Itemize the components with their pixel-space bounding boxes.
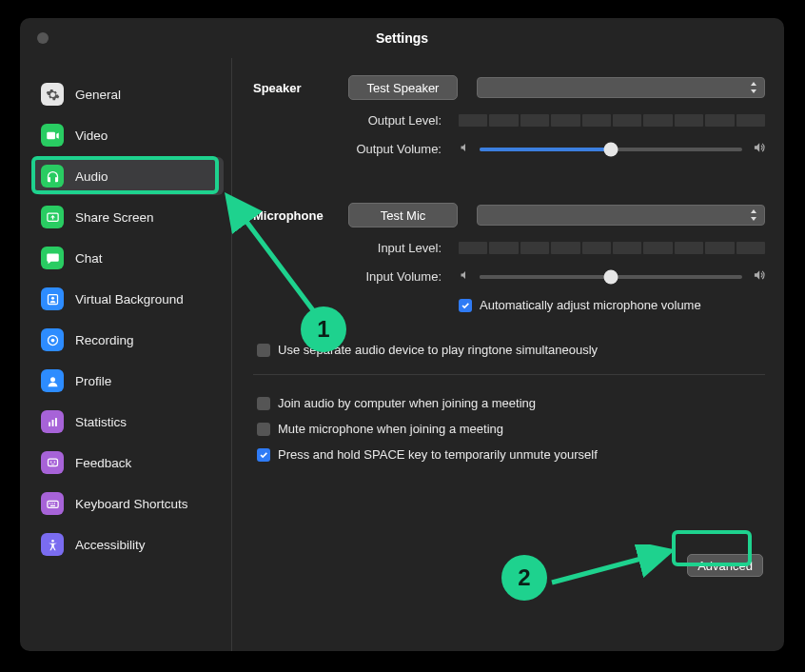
separate-audio-device-checkbox[interactable]: [257, 344, 270, 357]
svg-point-11: [53, 461, 55, 463]
share-screen-icon: [41, 206, 64, 228]
join-audio-label: Join audio by computer when joining a me…: [278, 396, 536, 410]
svg-rect-6: [49, 422, 50, 425]
svg-rect-12: [47, 501, 57, 507]
microphone-heading: Microphone: [253, 208, 348, 223]
volume-high-icon: [752, 141, 765, 157]
svg-rect-9: [48, 459, 57, 466]
sidebar-item-label: Statistics: [75, 415, 127, 429]
svg-point-17: [51, 539, 54, 542]
sidebar-item-statistics[interactable]: Statistics: [35, 403, 224, 441]
window-title: Settings: [20, 30, 784, 46]
sidebar-item-label: Video: [75, 128, 108, 143]
input-level-label: Input Level:: [253, 241, 459, 255]
svg-point-2: [50, 296, 53, 299]
test-speaker-button[interactable]: Test Speaker: [348, 75, 458, 100]
space-unmute-checkbox[interactable]: [257, 448, 270, 462]
sidebar-item-virtual-background[interactable]: Virtual Background: [35, 280, 224, 318]
svg-rect-14: [51, 503, 52, 504]
sidebar-item-profile[interactable]: Profile: [35, 362, 224, 400]
input-volume-label: Input Volume:: [253, 269, 459, 284]
headphones-icon: [41, 165, 64, 188]
virtual-background-icon: [41, 287, 64, 310]
mic-device-select[interactable]: [477, 205, 765, 226]
separate-audio-device-label: Use separate audio device to play ringto…: [278, 343, 598, 357]
titlebar: Settings: [20, 18, 784, 58]
sidebar: General Video Audio Share Screen: [20, 58, 232, 651]
sidebar-item-label: Keyboard Shortcuts: [75, 497, 188, 511]
speaker-device-select[interactable]: [477, 77, 765, 98]
feedback-icon: [41, 451, 64, 474]
video-icon: [41, 124, 64, 147]
sidebar-item-share-screen[interactable]: Share Screen: [35, 198, 224, 236]
sidebar-item-label: Share Screen: [75, 210, 154, 225]
volume-high-icon: [752, 268, 765, 285]
svg-rect-13: [49, 503, 49, 504]
auto-adjust-mic-label: Automatically adjust microphone volume: [480, 298, 701, 312]
divider: [253, 374, 765, 375]
sidebar-item-label: Profile: [75, 374, 111, 388]
sidebar-item-label: Audio: [75, 169, 108, 184]
profile-icon: [41, 369, 64, 392]
output-level-meter: [459, 114, 765, 127]
volume-low-icon: [459, 142, 470, 156]
record-icon: [41, 328, 64, 351]
settings-window: Settings General Video Audio: [20, 18, 784, 651]
gear-icon: [41, 83, 64, 106]
svg-point-10: [49, 461, 51, 463]
sidebar-item-label: Recording: [75, 333, 134, 347]
input-level-meter: [459, 242, 765, 254]
svg-rect-16: [50, 504, 55, 505]
mute-on-join-checkbox[interactable]: [257, 423, 270, 436]
sidebar-item-keyboard-shortcuts[interactable]: Keyboard Shortcuts: [35, 484, 224, 523]
keyboard-icon: [41, 492, 64, 515]
sidebar-item-accessibility[interactable]: Accessibility: [35, 525, 224, 563]
svg-point-4: [50, 338, 54, 342]
speaker-heading: Speaker: [253, 81, 348, 95]
mute-on-join-label: Mute microphone when joining a meeting: [278, 422, 503, 436]
advanced-button[interactable]: Advanced: [687, 554, 763, 577]
join-audio-checkbox[interactable]: [257, 397, 270, 410]
sidebar-item-video[interactable]: Video: [35, 116, 224, 154]
output-volume-slider[interactable]: [480, 148, 742, 151]
svg-rect-15: [53, 503, 54, 504]
svg-rect-8: [55, 418, 57, 426]
svg-point-5: [50, 377, 55, 382]
audio-settings-panel: Speaker Test Speaker Output Level: Outpu…: [232, 58, 784, 651]
svg-rect-7: [51, 420, 53, 426]
sidebar-item-label: Accessibility: [75, 538, 146, 552]
auto-adjust-mic-checkbox[interactable]: [459, 299, 472, 312]
volume-low-icon: [459, 269, 470, 284]
sidebar-item-audio[interactable]: Audio: [35, 157, 224, 195]
space-unmute-label: Press and hold SPACE key to temporarily …: [278, 447, 598, 462]
accessibility-icon: [41, 533, 64, 556]
test-mic-button[interactable]: Test Mic: [348, 203, 458, 227]
chat-icon: [41, 247, 64, 269]
sidebar-item-chat[interactable]: Chat: [35, 239, 224, 277]
output-volume-label: Output Volume:: [253, 142, 459, 156]
output-level-label: Output Level:: [253, 113, 459, 128]
sidebar-item-general[interactable]: General: [35, 75, 224, 113]
input-volume-slider[interactable]: [480, 275, 742, 279]
stats-icon: [41, 410, 64, 433]
sidebar-item-label: Virtual Background: [75, 292, 184, 306]
sidebar-item-recording[interactable]: Recording: [35, 321, 224, 359]
sidebar-item-feedback[interactable]: Feedback: [35, 444, 224, 482]
sidebar-item-label: General: [75, 88, 121, 102]
sidebar-item-label: Feedback: [75, 456, 131, 470]
sidebar-item-label: Chat: [75, 251, 103, 266]
close-window-dot[interactable]: [37, 32, 49, 44]
